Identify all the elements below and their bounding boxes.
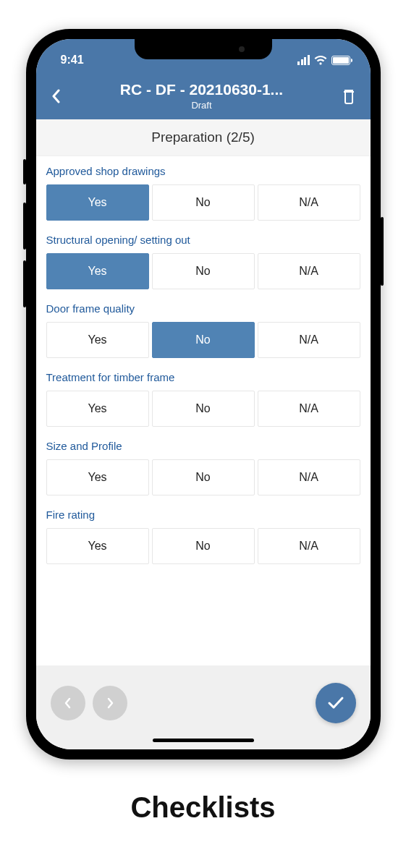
image-caption: Checklists <box>130 791 275 824</box>
option-na[interactable]: N/A <box>258 322 360 358</box>
options-row: YesNoN/A <box>46 253 360 289</box>
option-no[interactable]: No <box>152 184 255 221</box>
options-row: YesNoN/A <box>46 528 360 564</box>
prev-button[interactable] <box>51 686 85 720</box>
option-no[interactable]: No <box>152 528 255 564</box>
confirm-button[interactable] <box>316 683 356 723</box>
question-block: Door frame qualityYesNoN/A <box>36 294 371 362</box>
phone-frame: 9:41 RC - DF - 20210630-1... Draft <box>26 29 381 760</box>
option-no[interactable]: No <box>152 253 255 289</box>
option-na[interactable]: N/A <box>258 459 360 495</box>
option-yes[interactable]: Yes <box>46 253 149 289</box>
next-button[interactable] <box>93 686 127 720</box>
app-header: RC - DF - 20210630-1... Draft <box>36 74 371 119</box>
battery-icon <box>331 56 350 65</box>
option-yes[interactable]: Yes <box>46 391 149 427</box>
question-label: Door frame quality <box>46 302 360 315</box>
section-title: Preparation (2/5) <box>36 119 371 156</box>
delete-button[interactable] <box>339 86 359 106</box>
home-indicator <box>153 739 254 742</box>
phone-volume-down <box>23 260 26 307</box>
phone-volume-up <box>23 203 26 250</box>
page-status: Draft <box>71 100 333 111</box>
option-no[interactable]: No <box>152 459 255 495</box>
option-yes[interactable]: Yes <box>46 322 149 358</box>
question-block: Fire ratingYesNoN/A <box>36 500 371 569</box>
option-na[interactable]: N/A <box>258 528 360 564</box>
question-block: Treatment for timber frameYesNoN/A <box>36 362 371 431</box>
wifi-icon <box>314 55 327 65</box>
options-row: YesNoN/A <box>46 391 360 427</box>
question-label: Approved shop drawings <box>46 165 360 177</box>
option-na[interactable]: N/A <box>258 253 360 289</box>
phone-notch <box>135 39 272 59</box>
status-indicators <box>297 55 350 65</box>
options-row: YesNoN/A <box>46 459 360 495</box>
question-label: Structural opening/ setting out <box>46 234 360 246</box>
cellular-icon <box>297 55 310 65</box>
phone-mute-switch <box>23 159 26 184</box>
question-label: Fire rating <box>46 509 360 521</box>
question-label: Treatment for timber frame <box>46 371 360 383</box>
question-block: Approved shop drawingsYesNoN/A <box>36 156 371 225</box>
option-na[interactable]: N/A <box>258 391 360 427</box>
option-yes[interactable]: Yes <box>46 528 149 564</box>
option-no[interactable]: No <box>152 391 255 427</box>
option-no[interactable]: No <box>152 322 255 358</box>
options-row: YesNoN/A <box>46 184 360 221</box>
status-time: 9:41 <box>61 54 84 67</box>
page-title: RC - DF - 20210630-1... <box>71 81 333 98</box>
questions-list: Approved shop drawingsYesNoN/AStructural… <box>36 156 371 665</box>
option-yes[interactable]: Yes <box>46 184 149 221</box>
question-block: Size and ProfileYesNoN/A <box>36 431 371 500</box>
option-na[interactable]: N/A <box>258 184 360 221</box>
question-block: Structural opening/ setting outYesNoN/A <box>36 225 371 294</box>
phone-power-button <box>381 217 384 286</box>
footer-bar <box>36 665 371 749</box>
options-row: YesNoN/A <box>46 322 360 358</box>
question-label: Size and Profile <box>46 440 360 452</box>
option-yes[interactable]: Yes <box>46 459 149 495</box>
back-button[interactable] <box>48 88 65 105</box>
